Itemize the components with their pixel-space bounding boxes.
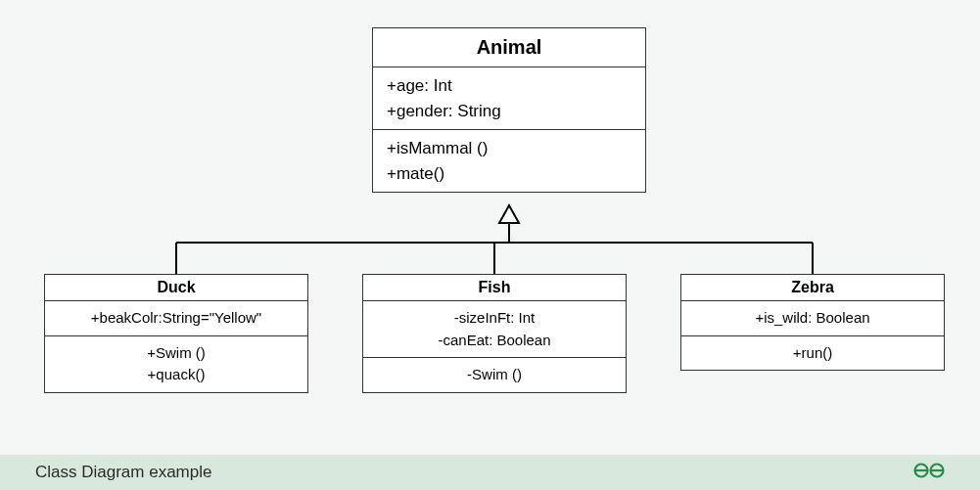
class-duck: Duck +beakColr:String="Yellow" +Swim () …	[44, 274, 308, 393]
method: -Swim ()	[377, 364, 612, 386]
class-name: Duck	[45, 275, 307, 301]
class-fish: Fish -sizeInFt: Int -canEat: Boolean -Sw…	[362, 274, 627, 393]
class-name: Animal	[373, 28, 645, 67]
attribute: +is_wild: Boolean	[695, 307, 930, 330]
attribute: -canEat: Boolean	[377, 330, 612, 352]
caption-text: Class Diagram example	[35, 463, 211, 482]
class-zebra: Zebra +is_wild: Boolean +run()	[680, 274, 945, 371]
diagram-canvas: Animal +age: Int +gender: String +isMamm…	[0, 0, 980, 455]
class-name: Fish	[363, 275, 626, 301]
method: +mate()	[387, 161, 631, 187]
attributes-section: -sizeInFt: Int -canEat: Boolean	[363, 301, 626, 358]
method: +quack()	[59, 364, 294, 386]
caption-bar: Class Diagram example	[0, 455, 980, 490]
method: +run()	[695, 342, 930, 365]
attribute: +gender: String	[387, 99, 631, 124]
attributes-section: +is_wild: Boolean	[681, 301, 944, 336]
geeksforgeeks-logo-icon	[913, 461, 945, 485]
attribute: +age: Int	[387, 73, 631, 99]
svg-marker-0	[499, 205, 519, 223]
methods-section: -Swim ()	[363, 358, 626, 392]
attributes-section: +beakColr:String="Yellow"	[45, 301, 307, 336]
attributes-section: +age: Int +gender: String	[373, 67, 645, 130]
class-animal: Animal +age: Int +gender: String +isMamm…	[372, 27, 646, 193]
method: +isMammal ()	[387, 136, 631, 161]
attribute: +beakColr:String="Yellow"	[59, 307, 294, 330]
method: +Swim ()	[59, 342, 294, 365]
methods-section: +Swim () +quack()	[45, 336, 307, 392]
class-name: Zebra	[681, 275, 944, 301]
methods-section: +isMammal () +mate()	[373, 130, 645, 192]
methods-section: +run()	[681, 336, 944, 371]
attribute: -sizeInFt: Int	[377, 307, 612, 330]
